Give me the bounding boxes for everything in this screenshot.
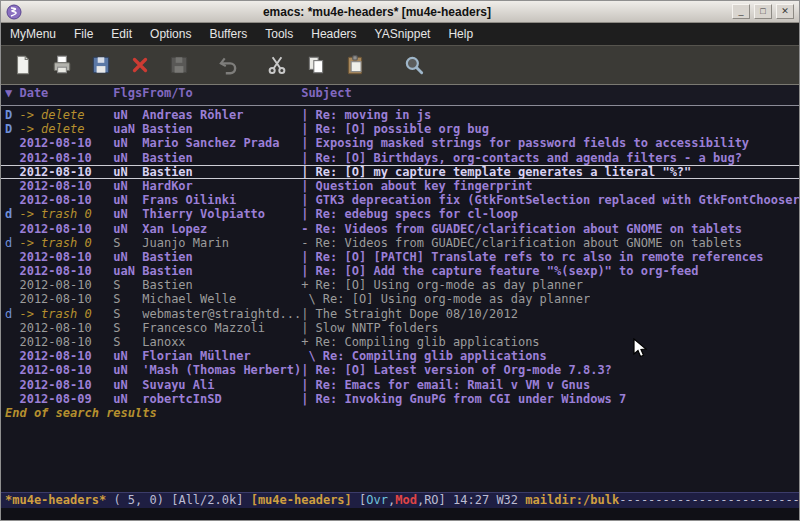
message-flags: uN — [113, 179, 142, 193]
message-from: robertcInSD — [142, 392, 301, 406]
headers-buffer[interactable]: D-> deleteuNAndreas Röhler| Re: moving i… — [1, 106, 799, 492]
window-title: emacs: *mu4e-headers* [mu4e-headers] — [26, 5, 728, 19]
mark-flag — [5, 335, 19, 349]
message-subject: \ Re: [O] Using org-mode as day planner — [301, 292, 590, 306]
undo-icon — [217, 54, 239, 76]
menu-help[interactable]: Help — [439, 23, 482, 45]
column-header-subject[interactable]: Subject — [301, 85, 352, 101]
menu-options[interactable]: Options — [141, 23, 200, 45]
message-row[interactable]: 2012-08-10uNBastien| Re: [O] [PATCH] Tra… — [1, 250, 799, 264]
message-flags: uN — [113, 349, 142, 363]
modeline-modified-flag: Mod — [395, 493, 417, 507]
modeline-position: ( 5, 0) — [106, 493, 171, 507]
column-header-date[interactable]: Date — [19, 85, 113, 101]
message-flags: S — [113, 321, 142, 335]
message-flags: uN — [113, 151, 142, 165]
message-subject: | Re: moving in js — [301, 108, 431, 122]
cut-button[interactable] — [264, 53, 289, 78]
sort-direction-icon[interactable]: ▼ — [5, 85, 19, 101]
message-flags: S — [113, 335, 142, 349]
message-row[interactable]: d-> trash 0uNThierry Volpiatto| Re: edeb… — [1, 207, 799, 221]
message-row[interactable]: 2012-08-10uNHardKor| Question about key … — [1, 179, 799, 193]
menu-yasnippet[interactable]: YASnippet — [366, 23, 440, 45]
message-row[interactable]: 2012-08-10uNFrans Oilinki| GTK3 deprecat… — [1, 193, 799, 207]
menu-headers[interactable]: Headers — [302, 23, 365, 45]
message-from: Bastien — [142, 151, 301, 165]
message-subject: | Re: [O] my capture template generates … — [301, 165, 691, 179]
message-row-current[interactable]: 2012-08-10uNBastien| Re: [O] my capture … — [1, 165, 799, 179]
paste-button[interactable] — [342, 53, 367, 78]
modeline-maildir: maildir:/bulk — [525, 493, 619, 507]
message-subject: | GTK3 deprecation fix (GtkFontSelection… — [301, 193, 799, 207]
modeline-size: [All/2.0k] — [171, 493, 250, 507]
modeline-overwrite-flag: Ovr — [366, 493, 388, 507]
message-row[interactable]: D-> deleteuaNBastien| Re: [O] possible o… — [1, 122, 799, 136]
message-flags: S — [113, 236, 142, 250]
minibuffer-area[interactable] — [1, 508, 799, 520]
message-subject: | Re: [O] Add the capture feature "%(sex… — [301, 264, 698, 278]
mark-flag — [5, 250, 19, 264]
menu-mymenu[interactable]: MyMenu — [1, 23, 65, 45]
message-row[interactable]: 2012-08-10SFrancesco Mazzoli| Slow NNTP … — [1, 321, 799, 335]
message-row[interactable]: 2012-08-09uNrobertcInSD| Re: Invoking Gn… — [1, 392, 799, 406]
mark-flag — [5, 165, 19, 179]
message-subject: | Re: [O] [PATCH] Translate refs to rc a… — [301, 250, 763, 264]
message-subject: | Question about key fingerprint — [301, 179, 532, 193]
print-icon — [51, 54, 73, 76]
menu-buffers[interactable]: Buffers — [200, 23, 256, 45]
search-button[interactable] — [401, 53, 426, 78]
message-row[interactable]: 2012-08-10uNFlorian Müllner \ Re: Compil… — [1, 349, 799, 363]
message-subject: - Re: Videos from GUADEC/clarification a… — [301, 236, 742, 250]
mode-line[interactable]: *mu4e-headers* ( 5, 0) [All/2.0k] [mu4e-… — [1, 492, 799, 508]
copy-button[interactable] — [303, 53, 328, 78]
cut-icon — [266, 54, 288, 76]
message-subject: | Re: [O] Latest version of Org-mode 7.8… — [301, 363, 612, 377]
undo-button[interactable] — [215, 53, 240, 78]
message-row[interactable]: 2012-08-10uNMario Sanchez Prada| Exposin… — [1, 136, 799, 150]
message-from: Francesco Mazzoli — [142, 321, 301, 335]
new-file-button[interactable] — [10, 53, 35, 78]
save-button[interactable] — [88, 53, 113, 78]
message-subject: | Re: [O] possible org bug — [301, 122, 489, 136]
message-flags: S — [113, 292, 142, 306]
message-row[interactable]: 2012-08-10uNBastien| Re: [O] Birthdays, … — [1, 151, 799, 165]
message-from: Lanoxx — [142, 335, 301, 349]
menu-tools[interactable]: Tools — [256, 23, 302, 45]
close-button[interactable]: ✕ — [776, 4, 794, 19]
message-row[interactable]: 2012-08-10uaNBastien| Re: [O] Add the ca… — [1, 264, 799, 278]
close-buffer-button[interactable] — [127, 53, 152, 78]
message-row[interactable]: 2012-08-10SMichael Welle \ Re: [O] Using… — [1, 292, 799, 306]
maximize-button[interactable]: □ — [754, 4, 772, 19]
message-row[interactable]: 2012-08-10SBastien+ Re: [O] Using org-mo… — [1, 278, 799, 292]
emacs-icon[interactable] — [6, 4, 22, 20]
message-date: -> trash 0 — [19, 236, 113, 250]
message-row[interactable]: d-> trash 0Swebmaster@straightd...| The … — [1, 307, 799, 321]
save-as-button[interactable] — [166, 53, 191, 78]
message-row[interactable]: 2012-08-10uNSuvayu Ali| Re: Emacs for em… — [1, 378, 799, 392]
menu-file[interactable]: File — [65, 23, 102, 45]
message-subject: | The Straight Dope 08/10/2012 — [301, 307, 518, 321]
menu-edit[interactable]: Edit — [102, 23, 141, 45]
message-from: Thierry Volpiatto — [142, 207, 301, 221]
message-row[interactable]: 2012-08-10uNXan Lopez- Re: Videos from G… — [1, 222, 799, 236]
print-button[interactable] — [49, 53, 74, 78]
mark-flag — [5, 292, 19, 306]
message-row[interactable]: D-> deleteuNAndreas Röhler| Re: moving i… — [1, 108, 799, 122]
message-row[interactable]: 2012-08-10uN'Mash (Thomas Herbert)| Re: … — [1, 363, 799, 377]
message-subject: | Re: edebug specs for cl-loop — [301, 207, 518, 221]
mark-flag — [5, 193, 19, 207]
message-from: Mario Sanchez Prada — [142, 136, 301, 150]
column-header-flags[interactable]: Flgs — [113, 85, 142, 101]
message-row[interactable]: 2012-08-10SLanoxx+ Re: Compiling glib ap… — [1, 335, 799, 349]
message-date: 2012-08-10 — [19, 250, 113, 264]
mark-flag — [5, 151, 19, 165]
message-row[interactable]: d-> trash 0SJuanjo Marin- Re: Videos fro… — [1, 236, 799, 250]
mark-flag — [5, 136, 19, 150]
message-date: 2012-08-10 — [19, 378, 113, 392]
column-header-from[interactable]: From/To — [142, 85, 301, 101]
message-from: Juanjo Marin — [142, 236, 301, 250]
minimize-button[interactable]: _ — [732, 4, 750, 19]
title-bar[interactable]: emacs: *mu4e-headers* [mu4e-headers] _ □… — [1, 1, 799, 23]
message-subject: | Slow NNTP folders — [301, 321, 438, 335]
mark-flag: d — [5, 307, 19, 321]
